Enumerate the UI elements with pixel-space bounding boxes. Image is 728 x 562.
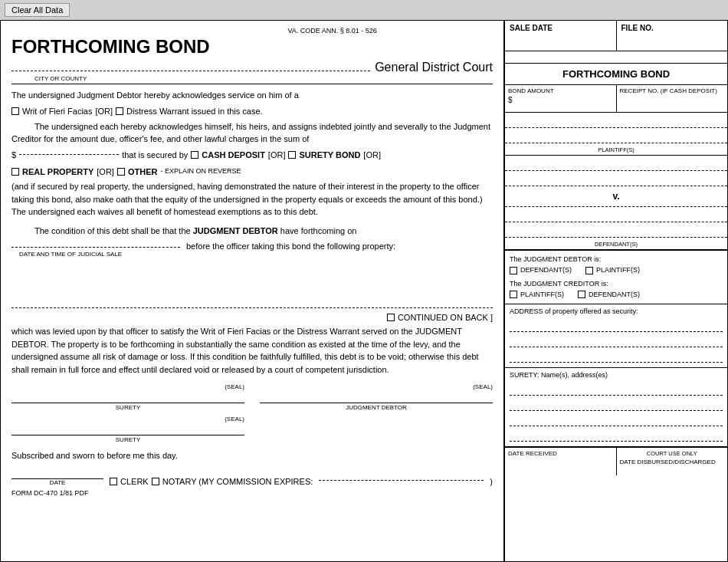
creditor-defendant-checkbox[interactable] xyxy=(578,291,585,298)
surety-line-1 xyxy=(11,391,244,403)
explain-label: - EXPLAIN ON REVERSE xyxy=(160,166,241,177)
secured-by-text: that is secured by xyxy=(122,150,188,159)
court-name: General District Court xyxy=(375,61,493,74)
plaintiff-field-3 xyxy=(505,156,727,171)
notary-close: ) xyxy=(490,477,493,486)
bond-amount-cell: BOND AMOUNT $ xyxy=(505,85,617,112)
surety-lines xyxy=(510,382,723,442)
writ-checkbox[interactable] xyxy=(11,107,19,115)
toolbar: Clear All Data xyxy=(0,0,728,20)
sidebar: SALE DATE FILE NO. FORTHCOMING BOND BOND… xyxy=(505,21,727,561)
cash-deposit-checkbox[interactable] xyxy=(191,151,198,159)
sidebar-top: SALE DATE FILE NO. xyxy=(505,21,727,51)
real-property-label: REAL PROPERTY xyxy=(22,166,93,179)
clerk-checkbox[interactable] xyxy=(110,478,117,485)
paragraph1: The undersigned Judgment Debtor hereby a… xyxy=(11,89,493,102)
city-county-dash xyxy=(11,71,370,71)
address-lines xyxy=(510,318,723,363)
surety-name-line-3 xyxy=(510,412,723,426)
receipt-no-label: RECEIPT NO. (IF CASH DEPOSIT) xyxy=(620,87,725,94)
have-forthcoming: have forthcoming on xyxy=(280,226,357,235)
sidebar-spacer1 xyxy=(505,51,727,64)
address-line-1 xyxy=(510,318,723,332)
dollar-prefix: $ xyxy=(11,150,16,159)
surety-label-1: SURETY xyxy=(11,404,244,411)
creditor-defendant-label: DEFENDANT(S) xyxy=(589,289,640,300)
file-no-cell: FILE NO. xyxy=(617,21,728,51)
notary-label: NOTARY (MY COMMISSION EXPIRES: xyxy=(162,477,313,486)
address-line-3 xyxy=(510,349,723,363)
surety-bond-checkbox[interactable] xyxy=(288,151,296,159)
surety-name-line-2 xyxy=(510,397,723,411)
sidebar-address-section: ADDRESS of property offered as security: xyxy=(505,304,727,368)
doc-title: FORTHCOMING BOND xyxy=(11,36,493,58)
continued-checkbox xyxy=(387,314,395,321)
creditor-checkboxes: PLAINTIFF(S) DEFENDANT(S) xyxy=(510,289,723,300)
sale-date-label: SALE DATE xyxy=(510,24,553,32)
continued-label: CONTINUED ON BACK ] xyxy=(398,313,493,322)
cash-deposit-label: CASH DEPOSIT xyxy=(202,150,265,159)
sidebar-court-use: DATE RECEIVED COURT USE ONLY DATE DISBUR… xyxy=(505,447,727,475)
other-checkbox[interactable] xyxy=(117,168,125,176)
or4-label: [OR] xyxy=(97,166,114,179)
sidebar-bond-row: BOND AMOUNT $ RECEIPT NO. (IF CASH DEPOS… xyxy=(505,85,727,113)
date-label: DATE xyxy=(11,479,103,486)
sale-date-cell: SALE DATE xyxy=(505,21,617,51)
plaintiff-label: PLAINTIFF(S) xyxy=(598,146,635,153)
judgment-debtor-section: The condition of this debt shall be that… xyxy=(11,225,493,238)
defendant-label-row: DEFENDANT(S) xyxy=(505,238,727,250)
seal3-label: (SEAL) xyxy=(11,416,244,422)
writ-checkbox-row: Writ of Fieri Facias [OR] Distress Warra… xyxy=(11,107,493,116)
debtor-checkboxes: DEFENDANT(S) PLAINTIFF(S) xyxy=(510,265,723,275)
distress-checkbox[interactable] xyxy=(116,107,123,115)
signature-section: (SEAL) SURETY (SEAL) JUDGMENT DEBTOR (SE… xyxy=(11,383,493,443)
bond-amount-label: BOND AMOUNT xyxy=(508,87,613,94)
surety-bond-label: SURETY BOND xyxy=(299,150,360,159)
bond-dollar: $ xyxy=(508,96,613,104)
judgment-creditor-is: The JUDGMENT CREDITOR is: xyxy=(510,278,723,289)
defendant-field-1 xyxy=(505,207,727,222)
defendant-label: DEFENDANT(S) xyxy=(595,241,638,248)
clerk-notary-row: CLERK NOTARY (MY COMMISSION EXPIRES: ) xyxy=(110,477,493,486)
form-number: FORM DC-470 1/81 PDF xyxy=(11,489,493,497)
plaintiff-field-4 xyxy=(505,171,727,186)
clear-all-data-button[interactable]: Clear All Data xyxy=(5,3,70,17)
judgment-debtor-bold: JUDGMENT DEBTOR xyxy=(193,226,278,235)
main-content: VA. CODE ANN. § 8.01 - 526 FORTHCOMING B… xyxy=(1,21,505,561)
condition-text: The condition of this debt shall be that… xyxy=(34,226,191,235)
date-received-cell: DATE RECEIVED xyxy=(505,448,617,475)
date-time-label: DATE AND TIME OF JUDICIAL SALE xyxy=(19,251,493,258)
surety-sig-1: (SEAL) SURETY xyxy=(11,383,244,411)
header-row: VA. CODE ANN. § 8.01 - 526 xyxy=(11,27,493,35)
plaintiff-label-row: PLAINTIFF(S) xyxy=(505,143,727,156)
creditor-plaintiff-checkbox[interactable] xyxy=(510,291,517,298)
date-dash xyxy=(11,247,180,248)
court-use-label: COURT USE ONLY xyxy=(620,450,725,458)
debtor-defendant-label: DEFENDANT(S) xyxy=(520,265,572,275)
bottom-row: DATE CLERK NOTARY (MY COMMISSION EXPIRES… xyxy=(11,467,493,486)
writ-label: Writ of Fieri Facias xyxy=(22,107,92,116)
v-label: v. xyxy=(505,186,727,207)
property-space xyxy=(11,262,493,308)
judgment-debtor-line xyxy=(260,391,493,403)
notary-checkbox[interactable] xyxy=(152,478,159,485)
or1-label: [OR] xyxy=(95,107,113,116)
date-line: before the officer taking this bond the … xyxy=(11,242,493,251)
writ-paragraph: which was levied upon by that officer to… xyxy=(11,325,493,376)
judgment-debtor-is: The JUDGMENT DEBTOR is: xyxy=(510,254,723,265)
date-line-sig xyxy=(11,467,103,479)
address-line-2 xyxy=(510,334,723,347)
sidebar-title: FORTHCOMING BOND xyxy=(505,64,727,85)
surety-line-2 xyxy=(11,423,244,435)
dollar-dash xyxy=(19,154,119,155)
city-county-label: CITY OR COUNTY xyxy=(34,75,493,82)
defendant-field-2 xyxy=(505,222,727,238)
paragraph2: The undersigned each hereby acknowledges… xyxy=(11,120,493,146)
debtor-plaintiff-checkbox[interactable] xyxy=(585,267,593,274)
address-label: ADDRESS of property offered as security: xyxy=(510,307,723,315)
real-property-section: REAL PROPERTY [OR] OTHER - EXPLAIN ON RE… xyxy=(11,166,493,219)
real-property-checkbox[interactable] xyxy=(11,168,19,176)
debtor-defendant-checkbox[interactable] xyxy=(510,267,517,274)
date-sig-wrapper: DATE xyxy=(11,467,103,486)
surety-label-2: SURETY xyxy=(11,436,244,443)
